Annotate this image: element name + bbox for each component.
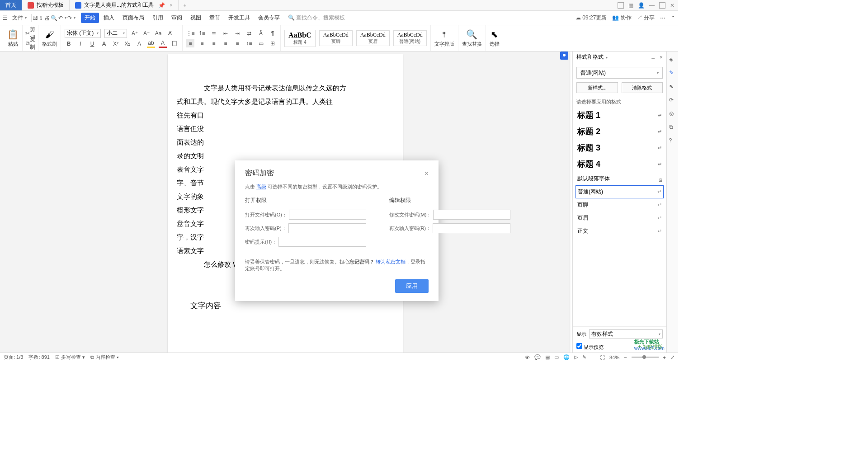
share-button[interactable]: ↗ 分享 [637, 14, 655, 22]
menu-insert[interactable]: 插入 [100, 13, 118, 23]
showmarks-icon[interactable]: ¶ [269, 29, 277, 38]
strip-help-icon[interactable]: ? [669, 137, 676, 145]
zoom-value[interactable]: 84% [609, 355, 619, 360]
spellcheck-toggle[interactable]: ☑ 拼写检查 ▾ [55, 354, 85, 361]
current-style-select[interactable]: 普通(网站)▾ [576, 67, 663, 79]
menu-view[interactable]: 视图 [187, 13, 205, 23]
view-print-icon[interactable]: ▤ [545, 354, 550, 360]
redo-icon[interactable]: ↷▾ [67, 15, 75, 21]
style-normal-web[interactable]: AaBbCcDd普通(网站) [393, 30, 427, 46]
menu-devtools[interactable]: 开发工具 [225, 13, 254, 23]
sidebar-close-icon[interactable]: × [660, 54, 663, 61]
indent-dec-icon[interactable]: ⇤ [222, 29, 230, 38]
close-button[interactable]: ✕ [670, 2, 675, 9]
pin-icon[interactable] [560, 52, 568, 60]
menu-icon[interactable]: ☰ [3, 15, 8, 21]
bullets-icon[interactable]: ⋮≡ [186, 29, 194, 38]
maximize-button[interactable] [659, 2, 665, 9]
tab-close-icon[interactable]: × [170, 2, 173, 9]
numbering-icon[interactable]: 1≡ [198, 29, 206, 38]
style-item-normal-web[interactable]: 普通(网站)↵ [576, 185, 664, 198]
command-search[interactable]: 🔍 查找命令、搜索模板 [288, 14, 345, 22]
style-header[interactable]: AaBbCcDd页眉 [356, 30, 390, 46]
view-outline-icon[interactable]: ▷ [574, 354, 578, 360]
underline-icon[interactable]: U [88, 40, 96, 48]
zoom-out-icon[interactable]: − [624, 355, 627, 360]
strip-target-icon[interactable]: ◎ [669, 110, 676, 118]
find-replace-icon[interactable]: 🔍 [466, 29, 477, 40]
advanced-link[interactable]: 高级 [256, 184, 266, 189]
style-item-h3[interactable]: 标题 3↵ [573, 140, 666, 156]
copy-button[interactable]: ⧉ 复制 [26, 39, 34, 47]
bold-icon[interactable]: B [65, 40, 73, 48]
font-size-select[interactable]: 小二▾ [104, 29, 127, 38]
edit-mode-icon[interactable]: ✎ [582, 354, 586, 360]
align-center-icon[interactable]: ≡ [198, 39, 206, 47]
border-icon[interactable]: ⊞ [269, 39, 277, 47]
shrink-font-icon[interactable]: A⁻ [142, 29, 151, 38]
collapse-ribbon[interactable]: ⌃ [671, 15, 675, 21]
menu-review[interactable]: 审阅 [168, 13, 186, 23]
paste-icon[interactable]: 📋 [7, 29, 19, 40]
subscript-icon[interactable]: X₂ [123, 40, 132, 48]
view-web-icon[interactable]: 🌐 [563, 354, 570, 360]
grow-font-icon[interactable]: A⁺ [131, 29, 139, 38]
style-item-h4[interactable]: 标题 4↵ [573, 156, 666, 172]
tab-icon[interactable]: ⇄ [245, 29, 253, 38]
align-right-icon[interactable]: ≡ [210, 39, 218, 47]
outline-icon[interactable]: ≣ [210, 29, 218, 38]
align-dist-icon[interactable]: ≡ [233, 39, 241, 47]
minimize-button[interactable]: — [649, 2, 655, 9]
preview-icon[interactable]: 🔍 [51, 15, 57, 21]
view-read-icon[interactable]: ▭ [554, 354, 559, 360]
strip-box-icon[interactable]: ⧉ [669, 124, 676, 131]
style-footer[interactable]: AaBbCcDd页脚 [319, 30, 353, 46]
strip-pencil-icon[interactable]: ✎ [669, 70, 676, 77]
style-item-h2[interactable]: 标题 2↵ [573, 123, 666, 140]
clear-format-icon[interactable]: A̸ [166, 29, 174, 38]
menu-layout[interactable]: 页面布局 [119, 13, 148, 23]
user-icon[interactable]: 👤 [638, 2, 645, 9]
style-item-body[interactable]: 正文↵ [573, 225, 666, 238]
save-icon[interactable]: 🖫 [33, 15, 38, 21]
tab-document[interactable]: 文字是人类用...的方式和工具📌× [70, 0, 179, 10]
show-preview-check[interactable]: 显示预览 [576, 343, 604, 351]
dialog-close-icon[interactable]: × [425, 169, 429, 178]
password-hint-input[interactable] [278, 237, 366, 247]
edit-password-confirm-input[interactable] [433, 223, 510, 233]
word-count[interactable]: 字数: 891 [28, 354, 49, 361]
print-icon[interactable]: 🖨 [44, 15, 50, 21]
file-menu[interactable]: 文件▾ [12, 14, 27, 22]
clear-format-button[interactable]: 清除格式 [622, 82, 663, 93]
typeset-icon[interactable]: ⫯ [442, 29, 447, 40]
page-indicator[interactable]: 页面: 1/3 [4, 354, 23, 361]
italic-icon[interactable]: I [76, 40, 85, 48]
zoom-in-icon[interactable]: + [663, 355, 666, 360]
layout-icon[interactable] [618, 2, 624, 9]
shading-icon[interactable]: ▭ [257, 39, 265, 47]
cloud-sync[interactable]: ☁ 09:27更新 [576, 14, 607, 22]
zoom-slider[interactable] [632, 357, 659, 358]
line-spacing-icon[interactable]: ↕≡ [245, 39, 253, 47]
fullscreen-icon[interactable]: ⤢ [670, 354, 675, 360]
coop-button[interactable]: 👥 协作 [612, 14, 631, 22]
new-style-button[interactable]: 新样式... [576, 82, 618, 93]
apply-button[interactable]: 应用 [395, 279, 429, 293]
tab-templates[interactable]: 找稻壳模板 [22, 0, 70, 10]
align-justify-icon[interactable]: ≡ [222, 39, 230, 47]
more-menu[interactable]: ⋯ [660, 15, 665, 21]
new-tab-button[interactable]: + [179, 0, 191, 10]
select-icon[interactable]: ⬉ [491, 29, 498, 40]
show-filter-select[interactable]: 有效样式▾ [589, 329, 663, 338]
style-item-h1[interactable]: 标题 1↵ [573, 107, 666, 123]
fit-icon[interactable]: ⛶ [600, 355, 605, 360]
style-item-header[interactable]: 页眉↵ [573, 212, 666, 225]
private-doc-link[interactable]: 转为私密文档 [376, 259, 406, 264]
menu-reference[interactable]: 引用 [149, 13, 167, 23]
style-heading4[interactable]: AaBbC标题 4 [284, 30, 316, 47]
apps-icon[interactable]: ▦ [628, 2, 633, 9]
font-name-select[interactable]: 宋体 (正文)▾ [65, 29, 101, 38]
menu-start[interactable]: 开始 [81, 13, 99, 23]
menu-member[interactable]: 会员专享 [255, 13, 283, 23]
strip-refresh-icon[interactable]: ⟳ [669, 97, 676, 104]
